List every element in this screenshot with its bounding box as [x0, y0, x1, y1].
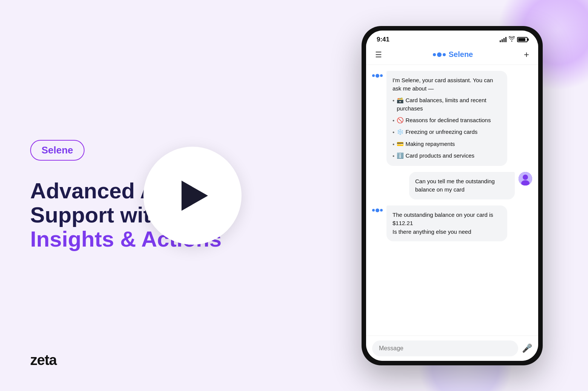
user-message-text: Can you tell me the outstanding balance … [415, 177, 509, 194]
bot-avatar-2 [372, 205, 383, 212]
bot-intro-message: I'm Selene, your card assistant. You can… [372, 71, 532, 166]
user-avatar [519, 172, 532, 186]
message-input[interactable] [372, 340, 518, 356]
list-item-text: ℹ️ Card products and services [397, 152, 474, 160]
list-item: ℹ️ Card products and services [393, 152, 501, 161]
battery-icon [517, 37, 528, 42]
svg-point-1 [523, 175, 528, 180]
list-item: 🗃️ Card balances, limits and recent purc… [393, 96, 501, 113]
bot-response-text-2: Is there anything else you need [393, 228, 501, 236]
mic-icon[interactable]: 🎤 [522, 343, 532, 353]
bot-capabilities-list: 🗃️ Card balances, limits and recent purc… [393, 96, 501, 161]
list-item: 🚫 Reasons for declined transactions [393, 116, 501, 125]
app-header: ☰ Selene + [366, 46, 538, 65]
list-item-text: ❄️ Freezing or unfreezing cards [397, 128, 477, 136]
bot-response-row: The outstanding balance on your card is … [372, 205, 532, 242]
app-title-text: Selene [449, 50, 473, 59]
list-item: ❄️ Freezing or unfreezing cards [393, 128, 501, 137]
list-item-text: 🗃️ Card balances, limits and recent purc… [397, 96, 501, 113]
selene-badge-text: Selene [42, 144, 73, 156]
wifi-icon [509, 36, 515, 43]
app-title: Selene [433, 50, 473, 59]
user-bubble: Can you tell me the outstanding balance … [409, 172, 515, 199]
list-item: 💳 Making repayments [393, 140, 501, 149]
selene-logo-icon [433, 52, 446, 57]
status-time: 9:41 [377, 36, 389, 43]
signal-icon [500, 37, 506, 42]
menu-icon[interactable]: ☰ [375, 50, 382, 59]
list-item-text: 💳 Making repayments [397, 140, 455, 149]
bot-intro-bubble: I'm Selene, your card assistant. You can… [386, 71, 507, 166]
play-triangle-icon [182, 181, 208, 211]
message-input-area: 🎤 [366, 336, 538, 361]
status-icons [500, 36, 528, 43]
phone-frame: 9:41 [362, 26, 543, 365]
plus-icon[interactable]: + [524, 49, 529, 60]
phone-screen: 9:41 [366, 31, 538, 361]
list-item-text: 🚫 Reasons for declined transactions [397, 116, 491, 125]
play-button[interactable] [143, 147, 242, 245]
bot-avatar [372, 71, 383, 78]
bot-intro-text: I'm Selene, your card assistant. You can… [393, 76, 501, 93]
user-message-row: Can you tell me the outstanding balance … [372, 172, 532, 199]
bot-response-bubble: The outstanding balance on your card is … [386, 205, 507, 242]
selene-badge: Selene [30, 140, 85, 161]
bot-response-text-1: The outstanding balance on your card is … [393, 211, 501, 228]
chat-area[interactable]: I'm Selene, your card assistant. You can… [366, 65, 538, 336]
status-bar: 9:41 [366, 31, 538, 46]
phone-container: 9:41 [362, 26, 543, 365]
zeta-logo: zeta [30, 352, 57, 368]
